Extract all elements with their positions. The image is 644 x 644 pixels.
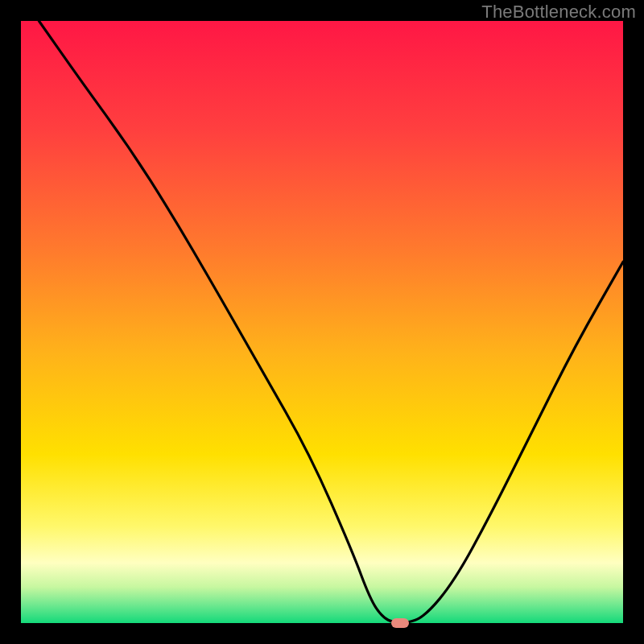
attribution-text: TheBottleneck.com <box>481 2 636 23</box>
optimal-point-marker <box>391 618 409 628</box>
chart-background <box>21 21 623 623</box>
bottleneck-chart <box>21 21 623 623</box>
